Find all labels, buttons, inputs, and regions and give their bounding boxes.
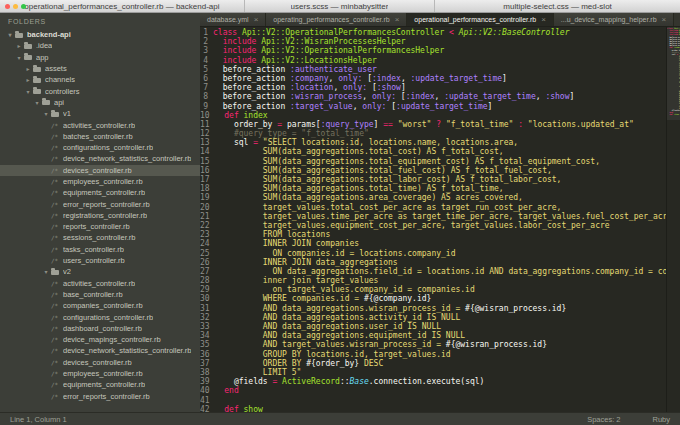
file-icon: /* [51,325,60,332]
code-line: 12 #query_type = "f_total_time" [200,129,680,138]
line-number: 21 [200,212,215,221]
file-icon: /* [51,381,60,388]
tree-folder-channels[interactable]: ▸channels [0,74,200,85]
line-number: 23 [200,230,215,239]
minimap-viewport[interactable] [667,27,680,120]
tree-folder-assets[interactable]: ▸assets [0,63,200,74]
tree-item-label: configurations_controller.rb [63,313,153,322]
disclosure-right-icon[interactable]: ▸ [24,76,32,83]
tree-file-device_network_statistics_controller.rb[interactable]: /*device_network_statistics_controller.r… [0,153,200,164]
close-window-icon[interactable] [5,4,10,9]
disclosure-down-icon[interactable]: ▾ [6,31,14,38]
tree-file-device_network_statistics_controller.rb[interactable]: /*device_network_statistics_controller.r… [0,345,200,356]
line-number: 8 [200,92,213,101]
tree-file-dashboard_controller.rb[interactable]: /*dashboard_controller.rb [0,323,200,334]
editor-tab[interactable]: operating_performances_controller.rb× [266,13,407,26]
tree-file-configurations_controller.rb[interactable]: /*configurations_controller.rb [0,311,200,322]
line-number: 35 [200,340,215,349]
tree-file-activities_controller.rb[interactable]: /*activities_controller.rb [0,119,200,130]
tree-item-label: v2 [63,267,71,276]
tree-file-sessions_controller.rb[interactable]: /*sessions_controller.rb [0,232,200,243]
indent-setting[interactable]: Spaces: 2 [587,415,620,424]
code-line: 42 def show [200,405,680,412]
editor-tab[interactable]: database.yml× [200,13,266,26]
disclosure-down-icon[interactable]: ▾ [42,268,50,275]
tree-file-employees_controller.rb[interactable]: /*employees_controller.rb [0,176,200,187]
tree-item-label: sessions_controller.rb [63,233,136,242]
disclosure-down-icon[interactable]: ▾ [15,54,23,61]
tree-file-error_reports_controller.rb[interactable]: /*error_reports_controller.rb [0,391,200,402]
code-text: AND data_aggregations.wisran_process_id … [215,304,680,313]
tree-folder-.idea[interactable]: ▸.idea [0,40,200,51]
code-line: 41 [200,396,680,405]
tree-file-devices_controller.rb[interactable]: /*devices_controller.rb [0,165,200,176]
tree-file-error_reports_controller.rb[interactable]: /*error_reports_controller.rb [0,198,200,209]
line-number: 2 [200,37,213,46]
code-line: 22 target_values.equipment_cost_per_acre… [200,221,680,230]
code-text: include Api::V2::WisranProcessesHelper [213,37,680,46]
folder-icon [15,33,23,38]
code-text: target_values.time_per_acre as target_ti… [215,212,680,221]
editor-tab[interactable]: operational_performances_controller.rb× [407,13,553,26]
line-number: 36 [200,350,215,359]
code-line: 6 before_action :company, only: [:index,… [200,74,680,83]
disclosure-down-icon[interactable]: ▾ [24,88,32,95]
code-text: SUM(data_aggregations.total_equipment_co… [215,157,680,166]
code-line: 10 def index [200,111,680,120]
code-text: LIMIT 5" [215,368,680,377]
line-number: 26 [200,258,215,267]
tree-item-label: v1 [63,109,71,118]
tree-file-device_mapings_controller.rb[interactable]: /*device_mapings_controller.rb [0,334,200,345]
syntax-selector[interactable]: Ruby [652,415,670,424]
folder-icon [33,67,41,72]
tree-folder-api[interactable]: ▾api [0,97,200,108]
disclosure-right-icon[interactable]: ▸ [15,42,23,49]
zoom-window-icon[interactable] [21,4,26,9]
tree-file-base_controller.rb[interactable]: /*base_controller.rb [0,289,200,300]
tree-item-label: equipments_controller.rb [63,188,145,197]
window-title: multiple-select.css — med-slot [503,2,611,11]
tree-file-equipments_controller.rb[interactable]: /*equipments_controller.rb [0,187,200,198]
disclosure-down-icon[interactable]: ▾ [33,99,41,106]
tree-folder-app[interactable]: ▾app [0,52,200,63]
tree-folder-controllers[interactable]: ▾controllers [0,85,200,96]
close-tab-icon[interactable]: × [395,16,400,24]
tree-file-batches_controller.rb[interactable]: /*batches_controller.rb [0,131,200,142]
minimize-window-icon[interactable] [13,4,18,9]
tree-folder-backend-api[interactable]: ▾backend-api [0,29,200,40]
minimap[interactable]: class Api::V2::OperationalPerformancesCo… [666,27,680,412]
code-editor[interactable]: 1class Api::V2::OperationalPerformancesC… [200,27,680,412]
code-line: 31 AND data_aggregations.wisran_process_… [200,304,680,313]
code-line: 30 WHERE companies.id = #{@company.id} [200,294,680,303]
code-text: SUM(data_aggregations.total_cost) AS f_t… [215,147,680,156]
file-icon: /* [51,167,60,174]
tree-file-tasks_controller.rb[interactable]: /*tasks_controller.rb [0,244,200,255]
tree-folder-v2[interactable]: ▾v2 [0,266,200,277]
line-number: 12 [200,129,215,138]
tree-file-reports_controller.rb[interactable]: /*reports_controller.rb [0,221,200,232]
tree-file-companies_controller.rb[interactable]: /*companies_controller.rb [0,300,200,311]
editor-tab[interactable]: ...u_device_mapping_helper.rb× [554,13,674,26]
close-tab-icon[interactable]: × [541,16,546,24]
disclosure-down-icon[interactable]: ▾ [42,110,50,117]
code-text: ORDER BY #{order_by} DESC [215,359,680,368]
tree-file-equipments_controller.rb[interactable]: /*equipments_controller.rb [0,379,200,390]
tree-file-employees_controller.rb[interactable]: /*employees_controller.rb [0,368,200,379]
close-tab-icon[interactable]: × [254,16,259,24]
tree-folder-v1[interactable]: ▾v1 [0,108,200,119]
disclosure-right-icon[interactable]: ▸ [24,65,32,72]
line-number: 20 [200,203,215,212]
tree-file-users_controller.rb[interactable]: /*users_controller.rb [0,255,200,266]
code-line: 23 FROM locations [200,230,680,239]
tree-item-label: configurations_controller.rb [63,143,153,152]
tree-file-devices_controller.rb[interactable]: /*devices_controller.rb [0,357,200,368]
code-text: SUM(data_aggregations.total_labor_cost) … [215,175,680,184]
tree-file-activities_controller.rb[interactable]: /*activities_controller.rb [0,278,200,289]
tree-file-registrations_controller.rb[interactable]: /*registrations_controller.rb [0,210,200,221]
file-icon: /* [51,155,60,162]
tree-file-configurations_controller.rb[interactable]: /*configurations_controller.rb [0,142,200,153]
tree-item-label: registrations_controller.rb [63,211,147,220]
close-tab-icon[interactable]: × [662,16,667,24]
tree-item-label: device_network_statistics_controller.rb [63,154,191,163]
code-text: order_by = params[:query_type] == "worst… [215,120,680,129]
